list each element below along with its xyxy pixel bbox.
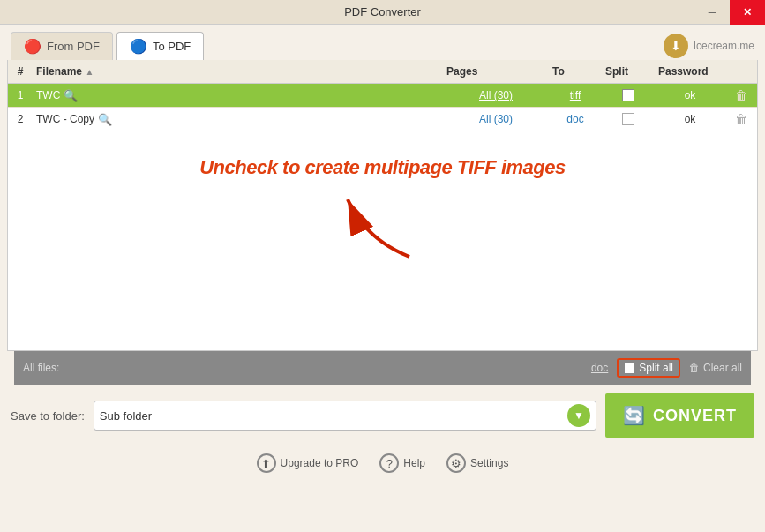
- row1-filename: TWC 🔍: [33, 89, 443, 102]
- row2-password: ok: [655, 113, 725, 125]
- footer: ⬆ Upgrade to PRO ? Help ⚙ Settings: [0, 446, 765, 478]
- col-header-to: To: [549, 65, 602, 78]
- col-header-num: #: [8, 65, 33, 78]
- annotation-area: Uncheck to create multipage TIFF images: [8, 131, 757, 290]
- user-icon: ⬇: [664, 34, 688, 58]
- tab-from-pdf[interactable]: 🔴 From PDF: [11, 32, 113, 60]
- trash-all-icon: 🗑: [689, 362, 700, 374]
- tab-bar: 🔴 From PDF 🔵 To PDF ⬇ Icecream.me: [0, 25, 765, 60]
- table-row: 2 TWC - Copy 🔍 All (30) doc ok 🗑: [8, 108, 757, 131]
- to-pdf-icon: 🔵: [130, 38, 147, 55]
- convert-label: CONVERT: [653, 407, 737, 425]
- delete-row2-icon[interactable]: 🗑: [735, 112, 747, 126]
- close-button[interactable]: ✕: [730, 0, 765, 25]
- clear-all-label[interactable]: Clear all: [703, 362, 742, 374]
- folder-dropdown-button[interactable]: ▼: [567, 404, 590, 427]
- col-header-split: Split: [602, 65, 655, 78]
- row2-pages[interactable]: All (30): [443, 113, 549, 125]
- settings-label: Settings: [470, 457, 508, 469]
- all-files-label: All files:: [23, 362, 59, 374]
- from-pdf-icon: 🔴: [24, 38, 41, 55]
- split-all-checkbox[interactable]: [624, 363, 635, 374]
- tab-group: 🔴 From PDF 🔵 To PDF: [11, 32, 204, 60]
- search-icon[interactable]: 🔍: [98, 113, 112, 126]
- user-area: ⬇ Icecream.me: [664, 34, 754, 58]
- upgrade-icon: ⬆: [257, 453, 276, 473]
- row2-filename: TWC - Copy 🔍: [33, 113, 443, 126]
- app-title: PDF Converter: [344, 5, 421, 19]
- row1-to[interactable]: tiff: [549, 89, 602, 101]
- row1-split-checkbox[interactable]: [622, 89, 634, 101]
- folder-input-wrapper[interactable]: Sub folder ▼: [94, 401, 596, 431]
- minimize-button[interactable]: ─: [694, 0, 730, 25]
- row1-num: 1: [8, 89, 33, 101]
- upgrade-label: Upgrade to PRO: [281, 457, 359, 469]
- user-label: Icecream.me: [694, 40, 754, 52]
- help-icon: ?: [379, 453, 399, 473]
- folder-input-value[interactable]: Sub folder: [100, 409, 567, 423]
- search-icon[interactable]: 🔍: [64, 89, 78, 102]
- row1-split[interactable]: [602, 89, 655, 101]
- title-bar: PDF Converter ─ ✕: [0, 0, 765, 25]
- row1-password: ok: [655, 89, 725, 101]
- tab-from-pdf-label: From PDF: [47, 40, 100, 53]
- row2-delete[interactable]: 🗑: [725, 112, 757, 126]
- table-header: # Filename ▲ Pages To Split Password: [8, 60, 757, 84]
- row2-split[interactable]: [602, 113, 655, 125]
- tab-to-pdf-label: To PDF: [153, 40, 191, 53]
- save-bar: Save to folder: Sub folder ▼ 🔄 CONVERT: [0, 385, 765, 446]
- col-header-pages: Pages: [443, 65, 549, 78]
- help-label: Help: [403, 457, 425, 469]
- settings-icon: ⚙: [446, 453, 466, 473]
- settings-button[interactable]: ⚙ Settings: [446, 453, 508, 473]
- tab-to-pdf[interactable]: 🔵 To PDF: [116, 32, 204, 60]
- upgrade-to-pro-button[interactable]: ⬆ Upgrade to PRO: [257, 453, 359, 473]
- arrow-graphic: [330, 186, 436, 266]
- row2-to[interactable]: doc: [549, 113, 602, 125]
- row2-num: 2: [8, 113, 33, 125]
- delete-row1-icon[interactable]: 🗑: [735, 88, 747, 102]
- save-to-folder-label: Save to folder:: [11, 409, 85, 423]
- clear-all-area[interactable]: 🗑 Clear all: [689, 362, 742, 374]
- help-button[interactable]: ? Help: [379, 453, 425, 473]
- main-content: # Filename ▲ Pages To Split Password 1 T…: [7, 60, 758, 351]
- all-files-doc-link[interactable]: doc: [591, 362, 608, 374]
- convert-icon: 🔄: [623, 405, 646, 426]
- window-controls: ─ ✕: [694, 0, 765, 25]
- convert-button[interactable]: 🔄 CONVERT: [605, 393, 754, 438]
- split-all-label: Split all: [639, 362, 673, 374]
- col-header-filename: Filename ▲: [33, 65, 443, 78]
- table-row: 1 TWC 🔍 All (30) tiff ok 🗑: [8, 84, 757, 108]
- row1-pages[interactable]: All (30): [443, 89, 549, 101]
- row2-split-checkbox[interactable]: [622, 113, 634, 125]
- bottom-bar: All files: doc Split all 🗑 Clear all: [14, 351, 751, 385]
- col-header-password: Password: [655, 65, 725, 78]
- row1-delete[interactable]: 🗑: [725, 88, 757, 102]
- split-all-area[interactable]: Split all: [617, 358, 680, 378]
- annotation-text: Uncheck to create multipage TIFF images: [199, 156, 566, 179]
